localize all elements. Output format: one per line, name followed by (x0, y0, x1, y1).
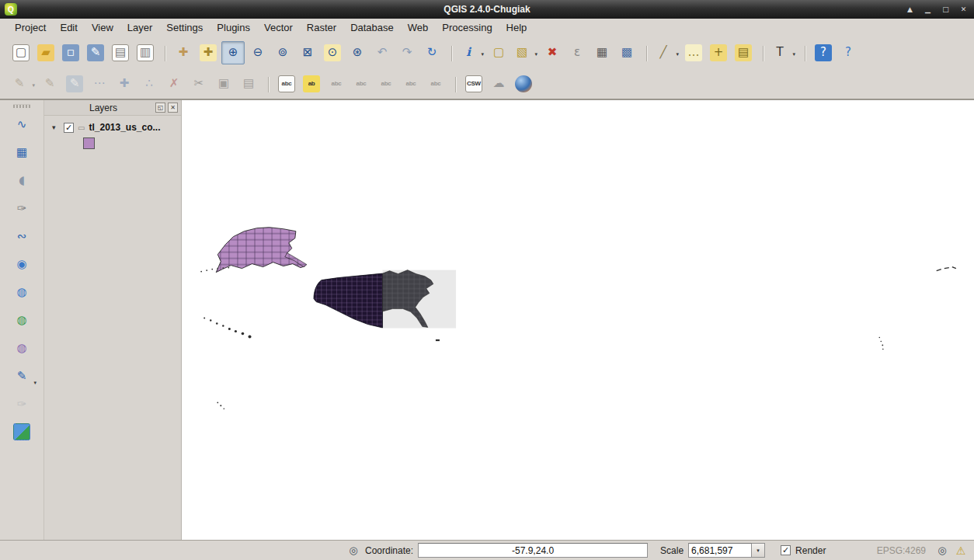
zoom-out-button[interactable]: ⊖ ▾ (246, 41, 270, 64)
expander-icon[interactable]: ▾ (52, 123, 60, 131)
extent-toggle-icon[interactable]: ◎ (346, 544, 360, 558)
zoom-in-button[interactable]: ⊕ ▾ (221, 41, 245, 64)
select-single-feature-button[interactable]: ▢ ▾ (487, 41, 510, 64)
measure-line-button[interactable]: ╱ ▾ (653, 41, 680, 64)
menu-database[interactable]: Database (343, 20, 401, 35)
field-calculator-button[interactable]: ▩ ▾ (615, 41, 638, 64)
zoom-full-button[interactable]: ⊠ ▾ (296, 41, 319, 64)
dropdown-arrow-icon[interactable]: ▾ (534, 51, 537, 57)
menu-settings[interactable]: Settings (159, 20, 210, 35)
close-panel-button[interactable]: ✕ (168, 103, 178, 113)
deselect-all-button[interactable]: ✖ ▾ (541, 41, 564, 64)
move-label-button[interactable]: abc ▾ (374, 72, 398, 96)
web-globe-button[interactable]: ● ▾ (512, 72, 535, 96)
add-postgis-layer-button[interactable]: ◖ ▾ (10, 169, 33, 192)
menu-edit[interactable]: Edit (53, 20, 84, 35)
add-delimited-text-layer-button[interactable]: ▾ (10, 420, 33, 443)
minimize-button[interactable]: ▁ (922, 4, 934, 16)
zoom-to-selection-button[interactable]: ⊙ ▾ (321, 41, 344, 64)
save-project-button[interactable]: ▫ ▾ (59, 41, 82, 64)
layers-panel-header[interactable]: Layers ◱ ✕ (44, 100, 181, 116)
pan-to-selection-button[interactable]: ✚ ▾ (197, 41, 220, 64)
add-feature-button[interactable]: ⋯ ▾ (88, 72, 111, 96)
close-button[interactable]: ✕ (958, 4, 969, 16)
menu-plugins[interactable]: Plugins (210, 20, 257, 35)
maximize-button[interactable]: □ (940, 4, 951, 16)
layer-row[interactable]: ▾ ✓ ▭ tl_2013_us_co... (52, 122, 178, 133)
dropdown-arrow-icon[interactable]: ▾ (33, 380, 37, 385)
open-project-button[interactable]: ▰ ▾ (34, 41, 57, 64)
legend-row[interactable] (52, 133, 178, 149)
pan-map-button[interactable]: ✚ ▾ (172, 41, 195, 64)
menu-project[interactable]: Project (8, 20, 53, 35)
layer-checkbox[interactable]: ✓ (64, 123, 74, 133)
metasearch-csw-button[interactable]: CSW ▾ (462, 72, 485, 96)
toolbar-drag-handle[interactable] (13, 104, 30, 108)
identify-features-button[interactable]: i ▾ (458, 41, 485, 64)
new-print-composer-button[interactable]: ▤ ▾ (109, 41, 132, 64)
show-bookmarks-button[interactable]: ▤ ▾ (732, 41, 755, 64)
labeling-button[interactable]: ab ▾ (300, 72, 323, 96)
save-layer-edits-button[interactable]: ✎ ▾ (63, 72, 86, 96)
dropdown-arrow-icon[interactable]: ▾ (676, 51, 679, 57)
rotate-label-button[interactable]: abc ▾ (399, 72, 423, 96)
float-panel-button[interactable]: ◱ (155, 103, 165, 113)
add-spatialite-layer-button[interactable]: ✑ ▾ (10, 197, 33, 220)
add-wms-layer-button[interactable]: ◍ ▾ (10, 280, 33, 304)
render-checkbox[interactable]: ✓ (781, 545, 791, 555)
whats-this-button[interactable]: ? ▾ (837, 41, 860, 64)
map-tips-button[interactable]: … ▾ (682, 41, 705, 64)
text-annotation-button[interactable]: T ▾ (770, 41, 797, 64)
menu-web[interactable]: Web (401, 20, 436, 35)
coordinate-input[interactable] (418, 543, 648, 558)
paste-features-button[interactable]: ▤ ▾ (237, 72, 260, 96)
add-raster-layer-button[interactable]: ▦ ▾ (10, 141, 33, 164)
menu-processing[interactable]: Processing (435, 20, 499, 35)
zoom-to-layer-button[interactable]: ⊛ ▾ (346, 41, 369, 64)
window-titlebar[interactable]: Q QGIS 2.4.0-Chugiak ▲▁□✕ (0, 0, 974, 19)
refresh-map-button[interactable]: ↻ ▾ (420, 41, 444, 64)
menu-raster[interactable]: Raster (300, 20, 343, 35)
copy-features-button[interactable]: ▣ ▾ (212, 72, 235, 96)
pin-labels-button[interactable]: abc ▾ (325, 72, 348, 96)
menu-view[interactable]: View (85, 20, 120, 35)
help-contents-button[interactable]: ? ▾ (812, 41, 835, 64)
select-by-expression-button[interactable]: ε ▾ (565, 41, 589, 64)
show-hide-labels-button[interactable]: abc ▾ (350, 72, 373, 96)
new-project-button[interactable]: ▢ ▾ (9, 41, 33, 64)
add-wfs-layer-button[interactable]: ◍ ▾ (10, 336, 33, 360)
map-canvas[interactable] (182, 100, 974, 540)
scale-input[interactable] (688, 543, 752, 558)
crs-status-icon[interactable]: ◎ (935, 544, 949, 558)
select-by-rectangle-button[interactable]: ▧ ▾ (512, 41, 539, 64)
layer-labeling-options-button[interactable]: abc ▾ (275, 72, 298, 96)
menu-help[interactable]: Help (499, 20, 534, 35)
add-oracle-layer-button[interactable]: ◉ ▾ (10, 252, 33, 276)
log-messages-icon[interactable]: ⚠ (954, 544, 968, 558)
add-mssql-layer-button[interactable]: ∾ ▾ (10, 224, 33, 248)
save-project-as-button[interactable]: ✎ ▾ (84, 41, 107, 64)
new-bookmark-button[interactable]: + ▾ (707, 41, 730, 64)
add-wcs-layer-button[interactable]: ◍ ▾ (10, 308, 33, 332)
zoom-last-button[interactable]: ↶ ▾ (370, 41, 394, 64)
dropdown-arrow-icon[interactable]: ▾ (32, 82, 35, 88)
add-vector-layer-button[interactable]: ∿ ▾ (10, 113, 33, 136)
cut-features-button[interactable]: ✂ ▾ (187, 72, 210, 96)
move-feature-button[interactable]: ✚ ▾ (113, 72, 136, 96)
new-spatialite-layer-button[interactable]: ✑ ▾ (10, 392, 33, 416)
shade-button[interactable]: ▲ (904, 4, 916, 16)
delete-selected-button[interactable]: ✗ ▾ (162, 72, 186, 96)
dropdown-arrow-icon[interactable]: ▾ (792, 51, 795, 57)
change-label-properties-button[interactable]: abc ▾ (424, 72, 447, 96)
scale-dropdown-button[interactable]: ▾ (752, 543, 765, 558)
new-shapefile-layer-button[interactable]: ✎ ▾ (10, 364, 33, 388)
cloud-button[interactable]: ☁ ▾ (487, 72, 510, 96)
dropdown-arrow-icon[interactable]: ▾ (481, 51, 484, 57)
node-tool-button[interactable]: ∴ ▾ (137, 72, 161, 96)
composer-manager-button[interactable]: ▥ ▾ (134, 41, 157, 64)
current-edits-button[interactable]: ✎ ▾ (9, 72, 37, 96)
menu-layer[interactable]: Layer (120, 20, 160, 35)
open-attribute-table-button[interactable]: ▦ ▾ (590, 41, 614, 64)
zoom-next-button[interactable]: ↷ ▾ (395, 41, 419, 64)
toggle-editing-button[interactable]: ✎ ▾ (38, 72, 61, 96)
